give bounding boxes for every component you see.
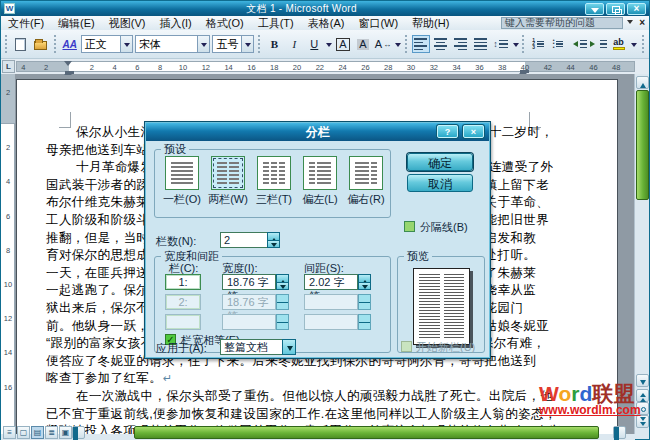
align-left-button[interactable] <box>412 35 430 53</box>
scroll-left-button[interactable] <box>72 426 85 439</box>
chevron-down-icon[interactable] <box>241 36 253 52</box>
menu-item[interactable]: 表格(A) <box>301 16 352 30</box>
menu-item[interactable]: 文件(F) <box>1 16 51 30</box>
scroll-down-button[interactable] <box>636 374 649 387</box>
ruler-number: 6 <box>135 63 139 72</box>
character-shading-button[interactable]: A <box>354 35 372 53</box>
spacing-input[interactable]: 2.02 字符 <box>304 274 358 290</box>
preset-column <box>317 162 331 184</box>
preset-row: 一栏(O)两栏(W)三栏(T)偏左(L)偏右(R) <box>160 156 388 207</box>
vertical-scroll-thumb[interactable] <box>636 90 649 200</box>
toolbar-grip-icon[interactable] <box>5 35 8 53</box>
right-indent-marker-base[interactable] <box>520 70 529 73</box>
bold-button[interactable]: B <box>265 35 283 53</box>
spin-down-icon[interactable] <box>277 282 288 290</box>
highlight-dropdown-icon[interactable] <box>630 35 637 53</box>
spacing-spinner[interactable] <box>358 274 371 290</box>
browse-previous-button[interactable] <box>636 389 649 402</box>
menu-item[interactable]: 工具(T) <box>251 16 301 30</box>
line-spacing-dropdown-icon[interactable] <box>512 35 519 53</box>
dialog-help-button[interactable]: ? <box>437 125 458 138</box>
toolbar-grip-icon[interactable] <box>522 35 525 53</box>
width-input[interactable]: 18.76 字符 <box>222 274 276 290</box>
scale-dropdown-icon[interactable] <box>394 35 401 53</box>
apply-to-combo[interactable]: 整篇文档 <box>220 339 283 355</box>
character-border-button[interactable]: A <box>334 35 352 53</box>
line-spacing-bars-icon <box>499 40 508 49</box>
open-button[interactable] <box>32 35 50 53</box>
window-title: 文档 1 - Microsoft Word <box>18 2 585 16</box>
select-browse-object-button[interactable] <box>636 402 649 415</box>
reading-layout-view-button[interactable]: ▣ <box>59 426 72 439</box>
width-spinner[interactable] <box>276 274 289 290</box>
bullets-button[interactable]: • • • <box>549 35 567 53</box>
preset-left-button[interactable]: 偏左(L) <box>298 156 342 207</box>
outline-view-button[interactable]: ≣ <box>45 426 58 439</box>
styles-and-formatting-button[interactable]: AA <box>61 35 79 53</box>
menu-item[interactable]: 视图(V) <box>102 16 153 30</box>
font-size-combo[interactable]: 五号 <box>212 35 254 53</box>
vertical-scrollbar[interactable] <box>634 74 649 434</box>
align-right-button[interactable] <box>452 35 470 53</box>
cancel-button[interactable]: 取消 <box>407 174 473 192</box>
spin-down-icon[interactable] <box>359 282 370 290</box>
increase-indent-button[interactable] <box>589 35 607 53</box>
restore-button[interactable] <box>606 3 625 15</box>
preset-two-button[interactable]: 两栏(W) <box>206 156 250 207</box>
help-dropdown-icon[interactable] <box>627 20 633 27</box>
print-layout-view-button[interactable]: ▤ <box>31 426 44 439</box>
align-center-button[interactable] <box>432 35 450 53</box>
underline-button[interactable]: U <box>305 35 323 53</box>
toolbar-grip-icon[interactable] <box>642 35 645 53</box>
new-document-button[interactable] <box>12 35 30 53</box>
highlight-button[interactable]: ab <box>610 35 628 53</box>
number-of-columns-label: 栏数(N): <box>156 234 196 249</box>
horizontal-scrollbar[interactable]: ≡ ▢ ▤ ≣ ▣ <box>1 434 635 440</box>
menu-item[interactable]: 插入(I) <box>152 16 198 30</box>
tab-selector-button[interactable]: L <box>2 60 15 73</box>
italic-button[interactable]: I <box>285 35 303 53</box>
scroll-up-button[interactable] <box>636 76 649 89</box>
ok-button[interactable]: 确定 <box>407 153 473 171</box>
minimize-button[interactable] <box>585 3 604 15</box>
distribute-button[interactable] <box>472 35 490 53</box>
preset-right-button[interactable]: 偏右(R) <box>344 156 388 207</box>
align-center-icon <box>434 38 447 50</box>
left-indent-marker[interactable] <box>65 71 74 74</box>
menu-item[interactable]: 格式(O) <box>199 16 251 30</box>
chevron-down-icon[interactable] <box>120 36 132 52</box>
menubar-close-icon[interactable]: × <box>639 16 645 30</box>
underline-dropdown-icon[interactable] <box>325 35 332 53</box>
help-question-input[interactable]: 键入需要帮助的问题 <box>501 17 623 29</box>
menu-item[interactable]: 编辑(E) <box>51 16 102 30</box>
style-combo[interactable]: 正文 <box>81 35 133 53</box>
scroll-right-button[interactable] <box>613 426 626 439</box>
spin-down-icon[interactable] <box>268 240 279 248</box>
chevron-down-icon[interactable] <box>197 36 209 52</box>
decrease-indent-button[interactable] <box>569 35 587 53</box>
apply-to-dropdown-icon[interactable] <box>282 339 296 355</box>
preset-one-button[interactable]: 一栏(O) <box>160 156 204 207</box>
number-of-columns-input[interactable]: 2 <box>220 232 268 248</box>
close-icon: × <box>628 3 645 15</box>
character-scale-button[interactable]: A↔ <box>374 35 392 53</box>
numbering-button[interactable]: 1 2 3 <box>529 35 547 53</box>
browse-next-button[interactable] <box>636 415 649 428</box>
toolbar-grip-icon[interactable] <box>258 35 261 53</box>
font-combo[interactable]: 宋体 <box>135 35 211 53</box>
line-spacing-button[interactable]: ↕ <box>492 35 510 53</box>
preset-three-button[interactable]: 三栏(T) <box>252 156 296 207</box>
close-button[interactable]: × <box>627 3 646 15</box>
ruler-number: 32 <box>430 63 438 72</box>
menu-item[interactable]: 窗口(W) <box>351 16 405 30</box>
toolbar-grip-icon[interactable] <box>405 35 408 53</box>
normal-view-button[interactable]: ≡ <box>3 426 16 439</box>
number-of-columns-spinner[interactable] <box>267 232 280 248</box>
separator-line-checkbox[interactable] <box>404 221 415 232</box>
menu-item[interactable]: 帮助(H) <box>405 16 456 30</box>
toolbar-grip-icon[interactable] <box>54 35 57 53</box>
web-layout-view-button[interactable]: ▢ <box>17 426 30 439</box>
horizontal-scroll-thumb[interactable] <box>134 426 599 439</box>
word-app-icon[interactable]: W <box>4 3 15 14</box>
dialog-close-button[interactable]: × <box>463 125 484 138</box>
